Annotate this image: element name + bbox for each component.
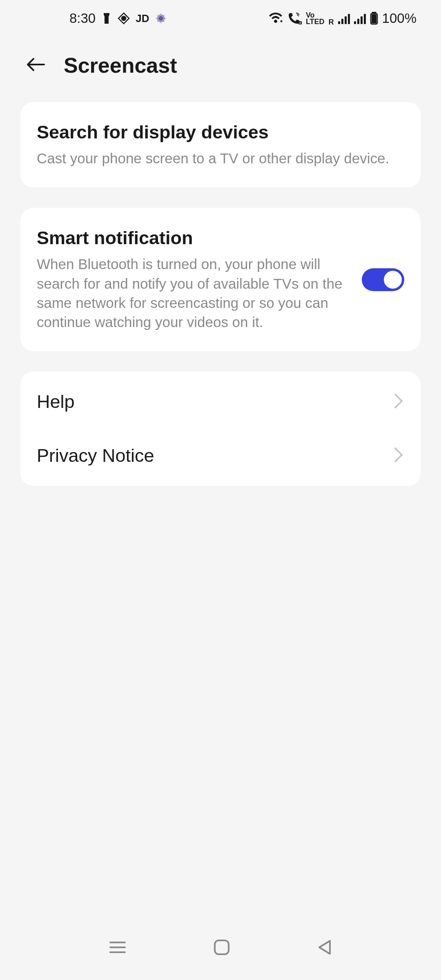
home-button[interactable] (213, 939, 230, 956)
smart-notification-title: Smart notification (37, 227, 350, 249)
search-devices-title: Search for display devices (37, 122, 404, 143)
sync-icon (118, 12, 130, 24)
links-card: Help Privacy Notice (20, 372, 421, 486)
wifi-icon (268, 12, 283, 24)
status-left: 8:30 JD (69, 11, 167, 26)
roaming-indicator: R (329, 19, 334, 25)
volte-indicator: Vo LTED (306, 12, 325, 25)
content: Search for display devices Cast your pho… (0, 102, 441, 486)
status-time: 8:30 (69, 11, 96, 26)
page-title: Screencast (64, 53, 177, 78)
help-title: Help (37, 391, 75, 412)
back-button[interactable] (317, 939, 332, 956)
smart-notification-row[interactable]: Smart notification When Bluetooth is tur… (20, 211, 421, 348)
jd-indicator: JD (136, 12, 149, 25)
signal-bars-1 (338, 13, 350, 24)
privacy-notice-row[interactable]: Privacy Notice (20, 429, 421, 483)
chevron-right-icon (393, 445, 404, 466)
svg-rect-12 (215, 940, 229, 954)
smart-notification-card: Smart notification When Bluetooth is tur… (20, 208, 421, 351)
help-row[interactable]: Help (20, 375, 421, 429)
battery-icon (370, 12, 378, 25)
search-devices-subtitle: Cast your phone screen to a TV or other … (37, 149, 404, 168)
smart-notification-text: Smart notification When Bluetooth is tur… (37, 227, 350, 332)
svg-rect-8 (372, 15, 376, 23)
privacy-notice-title: Privacy Notice (37, 445, 154, 466)
app-icon (155, 12, 167, 24)
svg-point-1 (122, 16, 126, 20)
search-devices-row[interactable]: Search for display devices Cast your pho… (20, 105, 421, 184)
svg-text:2: 2 (299, 21, 301, 24)
header: Screencast (0, 37, 441, 102)
status-right: 2 Vo LTED R 100% (268, 11, 416, 26)
recent-apps-button[interactable] (109, 940, 127, 955)
smart-notification-toggle[interactable] (362, 268, 404, 291)
search-devices-text: Search for display devices Cast your pho… (37, 122, 404, 168)
navigation-bar (0, 929, 441, 966)
wifi-calling-icon: 2 (287, 12, 302, 24)
back-icon[interactable] (24, 53, 47, 78)
chevron-right-icon (393, 391, 404, 412)
torch-icon (101, 12, 112, 24)
smart-notification-subtitle: When Bluetooth is turned on, your phone … (37, 254, 350, 332)
search-devices-card: Search for display devices Cast your pho… (20, 102, 421, 187)
svg-rect-7 (372, 12, 376, 13)
svg-rect-0 (106, 18, 107, 20)
status-bar: 8:30 JD (0, 0, 441, 37)
battery-percentage: 100% (382, 11, 416, 26)
signal-bars-2 (354, 13, 366, 24)
